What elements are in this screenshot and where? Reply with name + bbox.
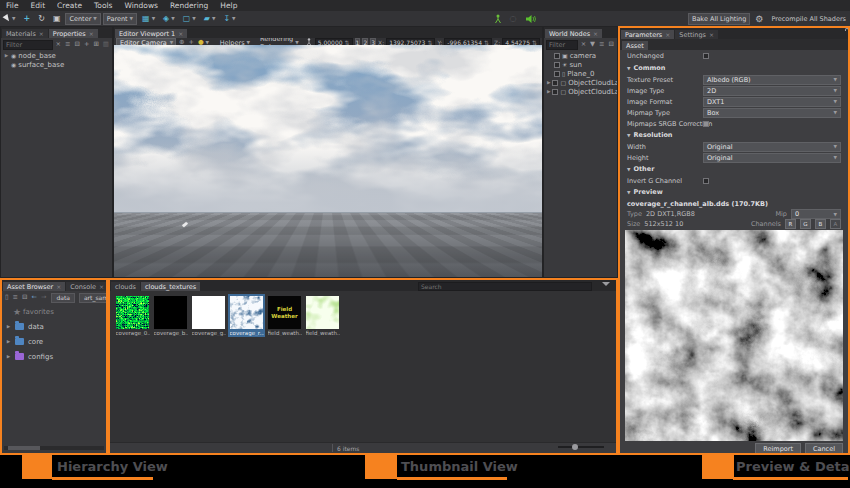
channel-g-button[interactable]: G (800, 219, 811, 229)
space-parent-dropdown[interactable]: Parent▼ (103, 13, 137, 25)
texture-preset-dropdown[interactable]: Albedo (RGB)▼ (703, 75, 841, 85)
section-other[interactable]: ▼Other (620, 163, 848, 175)
duplicate-icon[interactable]: ⊞ (92, 41, 99, 48)
snap-object-button[interactable]: ▢▼ (180, 13, 199, 25)
thumb-field-weather-tex[interactable]: field_weath... (304, 294, 341, 337)
funnel-filter-icon[interactable]: ▼ (589, 41, 596, 48)
unchanged-checkbox[interactable] (703, 53, 709, 59)
tree-item-node-base[interactable]: ▶ ◉ node_base (1, 51, 112, 60)
pivot-center-dropdown[interactable]: Center▼ (65, 13, 100, 25)
node-objectcloudlayer-st[interactable]: ▶ ▢ObjectCloudLayer_St (544, 87, 617, 96)
scale-tool-button[interactable]: ▣ (50, 13, 64, 25)
invert-g-checkbox[interactable] (703, 178, 709, 184)
visibility-checkbox[interactable] (554, 71, 560, 77)
close-icon[interactable]: × (178, 30, 183, 37)
node-plane-0[interactable]: ▯Plane_0 (544, 69, 617, 78)
precompile-all-shaders-button[interactable]: Precompile All Shaders (768, 13, 849, 25)
tree-view-icon[interactable]: ⊟ (73, 41, 80, 48)
delete-icon[interactable]: ▥ (102, 41, 110, 48)
tab-parameters[interactable]: Parameters× (621, 30, 674, 39)
cancel-button[interactable]: Cancel (805, 443, 843, 455)
close-icon[interactable]: × (56, 283, 61, 290)
folder-data[interactable]: ▶ data (2, 319, 106, 334)
width-dropdown[interactable]: Original▼ (703, 142, 841, 152)
thumb-coverage-b[interactable]: coverage_b... (152, 294, 189, 337)
snap-grid-button[interactable]: ▦▼ (139, 13, 158, 25)
audio-speaker-icon[interactable] (522, 13, 539, 25)
tab-asset[interactable]: Asset (622, 41, 648, 50)
expander-icon[interactable]: ▶ (6, 324, 11, 329)
physics-icon[interactable]: ◌ (507, 13, 520, 25)
tree-view-icon[interactable]: ⊟ (21, 294, 28, 301)
bake-all-lighting-button[interactable]: Bake All Lighting (688, 13, 750, 25)
move-tool-button[interactable]: + (20, 13, 33, 25)
visibility-checkbox[interactable] (552, 89, 558, 95)
visibility-checkbox[interactable] (554, 62, 560, 68)
search-input[interactable] (418, 282, 592, 291)
forward-icon[interactable]: → (40, 294, 47, 301)
select-tool-button[interactable]: ▼ (1, 13, 18, 25)
tab-clouds-textures[interactable]: clouds_textures (141, 282, 200, 291)
gear-icon[interactable]: ⚙ (752, 13, 766, 25)
expander-icon[interactable]: ▶ (6, 339, 11, 344)
image-format-dropdown[interactable]: DXT1▼ (703, 97, 841, 107)
menu-file[interactable]: File (0, 1, 25, 10)
horizontal-scrollbar[interactable] (4, 446, 104, 450)
menu-windows[interactable]: Windows (119, 1, 164, 10)
simulate-runner-icon[interactable] (491, 13, 505, 25)
node-objectcloudlayer-c[interactable]: ▶ ▢ObjectCloudLayer_C (544, 78, 617, 87)
snap-surface-button[interactable]: ▰▼ (201, 13, 219, 25)
close-icon[interactable]: × (665, 31, 670, 38)
menu-tools[interactable]: Tools (88, 1, 118, 10)
list-view-icon[interactable]: ≡ (64, 41, 71, 48)
tab-editor-viewport-1[interactable]: Editor Viewport 1× (115, 29, 187, 38)
clear-filter-icon[interactable]: × (580, 41, 587, 48)
thumb-coverage-r-selected[interactable]: coverage_r... (228, 294, 265, 337)
scrollbar-handle[interactable] (8, 446, 40, 450)
new-file-icon[interactable]: ▯ (4, 294, 10, 301)
channel-a-button[interactable]: A (830, 219, 841, 229)
close-icon[interactable]: × (89, 30, 94, 37)
node-sun[interactable]: ☀sun (544, 60, 617, 69)
collapse-all-icon[interactable]: ⊟ (608, 41, 615, 48)
tab-materials[interactable]: Materials× (2, 29, 48, 38)
close-icon[interactable]: × (593, 30, 598, 37)
close-icon[interactable]: × (99, 283, 104, 290)
mip-dropdown[interactable]: 0▼ (791, 209, 841, 219)
clear-filter-icon[interactable]: × (55, 41, 62, 48)
add-icon[interactable]: + (83, 41, 90, 48)
tree-item-surface-base[interactable]: ◉ surface_base (1, 60, 112, 69)
section-preview[interactable]: ▼Preview (620, 186, 848, 198)
visibility-checkbox[interactable] (552, 80, 558, 86)
menu-edit[interactable]: Edit (25, 1, 52, 10)
path-art-samples-button[interactable]: art_samples (79, 293, 108, 303)
mipmaps-srgb-checkbox[interactable] (703, 121, 709, 127)
snap-vertex-button[interactable]: ◈▼ (160, 13, 178, 25)
tab-properties[interactable]: Properties× (49, 29, 98, 38)
viewport-3d-scene[interactable] (114, 45, 542, 277)
close-icon[interactable]: × (709, 31, 714, 38)
path-data-button[interactable]: data (51, 293, 75, 303)
channel-b-button[interactable]: B (815, 219, 826, 229)
tab-console[interactable]: Console× (66, 282, 108, 291)
close-icon[interactable]: × (39, 30, 44, 37)
folder-core[interactable]: ▶ core (2, 334, 106, 349)
menu-help[interactable]: Help (214, 1, 243, 10)
slider-knob[interactable] (572, 444, 578, 450)
expander-icon[interactable]: ▶ (547, 89, 550, 94)
expander-icon[interactable]: ▶ (547, 80, 550, 85)
drop-to-ground-button[interactable]: ↧▼ (220, 13, 238, 25)
expander-icon[interactable]: ▶ (6, 354, 11, 359)
reimport-button[interactable]: Reimport (755, 443, 801, 455)
menu-create[interactable]: Create (51, 1, 88, 10)
tab-clouds[interactable]: clouds (111, 282, 140, 291)
tab-world-nodes[interactable]: World Nodes× (545, 29, 602, 38)
tab-settings[interactable]: Settings× (675, 30, 718, 39)
mipmap-type-dropdown[interactable]: Box▼ (703, 108, 841, 118)
node-camera[interactable]: ▣camera (544, 51, 617, 60)
height-dropdown[interactable]: Original▼ (703, 153, 841, 163)
thumb-coverage-g[interactable]: coverage_g... (190, 294, 227, 337)
thumbnail-size-slider[interactable] (558, 446, 604, 448)
image-type-dropdown[interactable]: 2D▼ (703, 86, 841, 96)
thumb-field-weather-config[interactable]: Field Weather field_weath... (266, 294, 303, 337)
